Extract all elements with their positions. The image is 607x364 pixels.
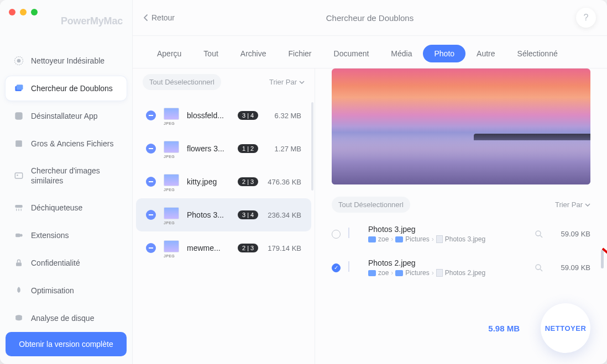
file-name: flowers 3...	[187, 144, 231, 153]
magnify-icon[interactable]	[534, 263, 544, 273]
svg-point-7	[17, 175, 18, 176]
file-thumbnail	[348, 228, 360, 240]
minimize-icon[interactable]	[20, 9, 27, 15]
file-thumbnail: JPEG	[163, 206, 180, 224]
right-controls: Tout Déselectionnerl Trier Par	[332, 184, 590, 219]
magnify-icon[interactable]	[534, 229, 544, 239]
tab-archive[interactable]: Archive	[229, 45, 278, 62]
sidebar-item-extensions[interactable]: Extensions	[6, 223, 127, 247]
tab-apercu[interactable]: Aperçu	[146, 45, 192, 62]
svg-point-13	[20, 234, 23, 237]
count-badge: 2 | 3	[238, 177, 258, 186]
sidebar-item-large-files[interactable]: Gros & Anciens Fichiers	[6, 131, 127, 156]
brush-icon	[13, 55, 24, 66]
file-group-row[interactable]: JPEG Photos 3... 3 | 4 236.34 KB	[136, 198, 311, 231]
sort-button[interactable]: Trier Par	[555, 201, 590, 209]
sort-label: Trier Par	[269, 78, 297, 86]
sidebar-item-duplicate-finder[interactable]: Chercheur de Doublons	[6, 76, 127, 101]
svg-rect-6	[15, 173, 22, 178]
duplicate-row[interactable]: Photos 3.jpeg zoe› Pictures› Photos 3.jp…	[332, 219, 590, 253]
folder-icon	[368, 270, 376, 276]
svg-rect-12	[15, 234, 20, 238]
file-group-row[interactable]: JPEG kitty.jpeg 2 | 3 476.36 KB	[136, 165, 311, 198]
svg-rect-14	[16, 263, 22, 267]
deselect-icon[interactable]	[146, 110, 156, 120]
tab-fichier[interactable]: Fichier	[278, 45, 323, 62]
total-size: 5.98 MB	[488, 324, 520, 333]
file-thumbnail	[348, 262, 360, 274]
sidebar-item-label: Nettoyeur Indésirable	[31, 56, 104, 66]
sidebar-item-shredder[interactable]: Déchiqueteuse	[6, 196, 127, 220]
duplicate-name: Photos 2.jpeg	[368, 259, 526, 267]
file-size: 476.36 KB	[268, 178, 301, 186]
deselect-icon[interactable]	[146, 243, 156, 253]
file-groups-panel: Tout Déselectionnerl Trier Par JPEG blos…	[133, 68, 315, 364]
deselect-icon[interactable]	[146, 210, 156, 220]
file-name: kitty.jpeg	[187, 177, 231, 186]
file-icon	[436, 269, 443, 277]
sidebar-item-similar-images[interactable]: Chercheur d'images similaires	[6, 159, 127, 192]
footer: 5.98 MB NETTOYER	[332, 293, 590, 353]
sidebar-item-disk-analysis[interactable]: Analyse de disque	[6, 306, 127, 330]
file-name: mewme...	[187, 244, 231, 252]
duplicate-icon	[13, 83, 24, 94]
deselect-icon[interactable]	[146, 144, 156, 154]
select-checkbox[interactable]	[332, 230, 341, 239]
duplicate-list: Photos 3.jpeg zoe› Pictures› Photos 3.jp…	[332, 219, 590, 293]
count-badge: 1 | 2	[238, 144, 258, 153]
tab-tout[interactable]: Tout	[192, 45, 229, 62]
tab-document[interactable]: Document	[323, 45, 380, 62]
deselect-icon[interactable]	[146, 177, 156, 187]
deselect-all-button[interactable]: Tout Déselectionnerl	[332, 197, 410, 213]
file-name: blossfeld...	[187, 111, 231, 120]
sidebar-item-label: Confidentialité	[31, 258, 80, 268]
file-group-row[interactable]: JPEG mewme... 2 | 3 179.14 KB	[136, 231, 311, 265]
count-badge: 2 | 3	[238, 244, 258, 252]
scrollbar-thumb[interactable]	[601, 250, 604, 268]
sidebar-item-label: Extensions	[31, 230, 69, 240]
help-button[interactable]: ?	[576, 8, 596, 28]
sort-button[interactable]: Trier Par	[269, 78, 305, 86]
tab-media[interactable]: Média	[380, 45, 423, 62]
file-size: 179.14 KB	[268, 244, 301, 252]
sidebar-item-junk-cleaner[interactable]: Nettoyeur Indésirable	[6, 49, 127, 73]
tab-autre[interactable]: Autre	[465, 45, 506, 62]
back-button[interactable]: Retour	[144, 13, 175, 22]
files-icon	[13, 138, 24, 149]
sidebar-item-optimization[interactable]: Optimisation	[6, 278, 127, 303]
file-thumbnail: JPEG	[163, 173, 180, 191]
close-icon[interactable]	[9, 9, 15, 15]
tab-selectionne[interactable]: Sélectionné	[506, 45, 569, 62]
deselect-all-button[interactable]: Tout Déselectionnerl	[143, 74, 221, 90]
image-icon	[13, 170, 24, 181]
brand-label: PowerMyMac	[61, 15, 123, 27]
clean-button[interactable]: NETTOYER	[541, 303, 590, 353]
file-size: 1.27 MB	[275, 145, 301, 153]
duplicate-row[interactable]: Photos 2.jpeg zoe› Pictures› Photos 2.jp…	[332, 253, 590, 287]
svg-line-19	[540, 269, 542, 271]
duplicate-size: 59.09 KB	[552, 230, 590, 238]
scrollbar-thumb[interactable]	[311, 102, 313, 191]
upgrade-button[interactable]: Obtenir la version complète	[6, 332, 127, 356]
sidebar-item-uninstaller[interactable]: Désinstallateur App	[6, 104, 127, 128]
file-group-row[interactable]: JPEG blossfeld... 3 | 4 6.32 MB	[136, 99, 311, 132]
shredder-icon	[13, 202, 24, 213]
maximize-icon[interactable]	[31, 9, 38, 15]
select-checkbox[interactable]	[332, 263, 341, 272]
svg-rect-3	[17, 85, 23, 89]
sort-label: Trier Par	[555, 201, 583, 209]
app-icon	[13, 110, 24, 122]
file-size: 236.34 KB	[268, 211, 301, 219]
category-tabs: Aperçu Tout Archive Fichier Document Méd…	[133, 36, 607, 68]
file-size: 6.32 MB	[275, 112, 301, 120]
duplicate-info: Photos 2.jpeg zoe› Pictures› Photos 2.jp…	[368, 259, 526, 277]
sidebar-item-privacy[interactable]: Confidentialité	[6, 251, 127, 275]
tab-photo[interactable]: Photo	[423, 45, 465, 62]
count-badge: 3 | 4	[238, 210, 258, 219]
folder-icon	[395, 270, 403, 276]
svg-rect-5	[15, 140, 22, 147]
duplicate-path: zoe› Pictures› Photos 2.jpeg	[368, 269, 526, 277]
duplicate-size: 59.09 KB	[552, 263, 590, 272]
sidebar-item-label: Analyse de disque	[31, 313, 94, 323]
file-group-row[interactable]: JPEG flowers 3... 1 | 2 1.27 MB	[136, 132, 311, 165]
